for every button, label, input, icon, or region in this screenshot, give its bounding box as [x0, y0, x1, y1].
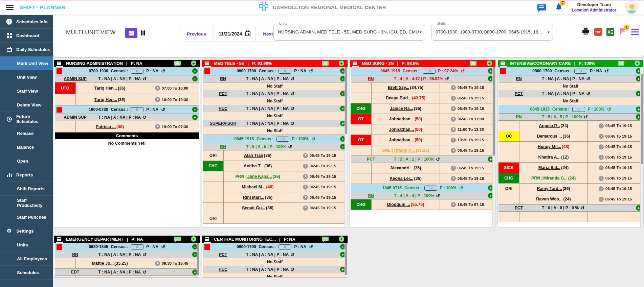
staff-name-link[interactable]: Alexandri...: [390, 166, 413, 170]
staff-name-link[interactable]: Miranda G...: [543, 176, 568, 181]
staff-name-link[interactable]: Tariq Hen...: [94, 86, 117, 91]
scrollbar-thumb[interactable]: [197, 243, 199, 275]
scrollbar-thumb[interactable]: [345, 67, 347, 134]
unit-comments-icon[interactable]: [174, 61, 181, 66]
history-icon[interactable]: ↺: [142, 252, 147, 257]
sidebar-item-units[interactable]: Units: [0, 238, 53, 252]
unit-comments-icon[interactable]: [322, 61, 329, 66]
staff-name-link[interactable]: Ramy Tard...: [537, 186, 562, 191]
pdf-export-icon[interactable]: PDF: [594, 28, 602, 36]
history-icon[interactable]: ↺: [461, 69, 465, 73]
history-icon[interactable]: ↺: [161, 69, 165, 73]
staff-name-link[interactable]: Diodquin ...: [387, 202, 410, 207]
history-icon[interactable]: ↺: [584, 115, 588, 119]
staff-name-link[interactable]: Anitha T...: [244, 164, 264, 168]
staff-name-link[interactable]: Johnathan...: [389, 127, 414, 132]
history-icon[interactable]: ↺: [605, 69, 609, 73]
staff-name-link[interactable]: Demarcus ...: [537, 134, 562, 139]
role-link[interactable]: RN: [203, 144, 243, 149]
sidebar-item-multi-unit-view[interactable]: Multi Unit View: [0, 56, 53, 70]
sidebar-item-all-employees[interactable]: All Employees: [0, 252, 53, 266]
staff-name-link[interactable]: Raven Woo...: [536, 197, 562, 201]
staff-name-link[interactable]: Rini Mari...: [243, 195, 264, 200]
staff-name-link[interactable]: Mattie Jo...: [92, 261, 114, 266]
role-link[interactable]: HUC: [203, 267, 243, 272]
card-scrollbar[interactable]: [197, 243, 200, 277]
sidebar-item-open[interactable]: Open: [0, 154, 53, 168]
staff-name-link[interactable]: Johnathan...: [389, 117, 414, 121]
role-link[interactable]: RN: [498, 115, 539, 119]
history-icon[interactable]: ↺: [290, 267, 294, 272]
add-staff-button[interactable]: +: [192, 68, 198, 74]
add-shift-button[interactable]: +: [191, 236, 196, 242]
add-shift-button[interactable]: +: [487, 61, 492, 66]
staff-name-link[interactable]: Khatira A...: [538, 155, 561, 160]
history-icon[interactable]: ↺: [161, 107, 165, 112]
card-scrollbar[interactable]: [345, 243, 348, 277]
history-icon[interactable]: ↺: [309, 69, 313, 73]
add-shift-button[interactable]: +: [339, 236, 344, 242]
sidebar-item-delete-view[interactable]: Delete View: [0, 98, 53, 112]
history-icon[interactable]: ↺: [607, 107, 611, 112]
history-icon[interactable]: ↺: [586, 91, 590, 96]
notifications-bell-icon[interactable]: 7: [555, 2, 563, 13]
scrollbar-thumb[interactable]: [493, 67, 495, 156]
staff-name-link[interactable]: Janice Ra...: [390, 106, 413, 111]
user-info[interactable]: Developer Team Location Administrator: [572, 2, 616, 13]
staff-name-link[interactable]: Johnathan...: [389, 138, 414, 142]
history-icon[interactable]: ↺: [445, 76, 449, 81]
census-input[interactable]: 0: [279, 69, 291, 74]
role-link[interactable]: ADMIN SUP: [55, 76, 95, 81]
staff-name-link[interactable]: Honey Mil...: [538, 144, 561, 149]
census-input[interactable]: 0: [131, 107, 143, 112]
scrollbar-thumb[interactable]: [345, 243, 347, 275]
role-link[interactable]: RN: [203, 76, 243, 81]
staff-name-link[interactable]: Senait Gu...: [242, 206, 265, 210]
history-icon[interactable]: ↺: [290, 106, 294, 111]
role-link[interactable]: PCT: [498, 91, 539, 96]
census-input[interactable]: 12: [424, 186, 437, 191]
sidebar-item-schedules[interactable]: Schedules: [0, 266, 53, 280]
history-icon[interactable]: ↺: [142, 115, 147, 120]
unit-comments-icon[interactable]: [618, 61, 624, 66]
sidebar-item-reports[interactable]: Reports: [0, 168, 53, 182]
sidebar-item-release[interactable]: Release: [0, 126, 53, 140]
role-link[interactable]: PCT: [498, 206, 539, 210]
role-link[interactable]: SUPERVISOR: [203, 121, 243, 126]
sidebar-item-shift-reports[interactable]: Shift Reports: [0, 182, 53, 196]
add-staff-button[interactable]: +: [192, 107, 198, 112]
role-link[interactable]: ADMIN SUP: [55, 115, 95, 120]
unit-comments-icon[interactable]: [322, 237, 329, 241]
census-input[interactable]: 0: [574, 69, 587, 74]
history-icon[interactable]: ↺: [290, 252, 294, 257]
scrollbar-thumb[interactable]: [641, 74, 643, 164]
card-scrollbar[interactable]: [345, 67, 348, 227]
history-icon[interactable]: ↺: [290, 76, 294, 81]
grid-view-button[interactable]: [125, 28, 137, 38]
card-scrollbar[interactable]: [640, 67, 643, 227]
census-input[interactable]: 0: [279, 244, 291, 249]
staff-name-link[interactable]: Keona Lei...: [390, 176, 413, 181]
role-link[interactable]: HUC: [203, 106, 243, 111]
history-icon[interactable]: ↺: [161, 244, 165, 249]
previous-button[interactable]: Previous: [179, 26, 214, 42]
census-input[interactable]: 19: [276, 137, 289, 142]
staff-name-link[interactable]: Tariq Hen...: [94, 97, 117, 102]
census-input[interactable]: 8: [572, 107, 585, 112]
history-icon[interactable]: ↺: [288, 144, 292, 149]
sidebar-item-unit-view[interactable]: Unit View: [0, 70, 53, 84]
history-icon[interactable]: ↺: [142, 76, 147, 81]
card-scrollbar[interactable]: [492, 67, 495, 227]
sidebar-item-staff-productivity[interactable]: Staff Productivity: [0, 196, 53, 210]
staff-name-link[interactable]: Angela P...: [539, 123, 560, 128]
sidebar-item-balance[interactable]: Balance: [0, 140, 53, 154]
units-select[interactable]: Units NURSING ADMIN, MED TELE - 5E, MED …: [273, 24, 425, 41]
export-menu-icon[interactable]: [631, 29, 639, 35]
sidebar-item-daily-schedules[interactable]: Daily Schedules: [0, 43, 53, 56]
add-staff-button[interactable]: +: [192, 115, 198, 120]
messages-icon[interactable]: [537, 4, 546, 10]
sidebar-item-dashboard[interactable]: Dashboard: [0, 29, 53, 43]
role-link[interactable]: EDT: [55, 270, 95, 274]
add-shift-button[interactable]: +: [339, 61, 344, 66]
census-input[interactable]: 0: [131, 69, 143, 74]
